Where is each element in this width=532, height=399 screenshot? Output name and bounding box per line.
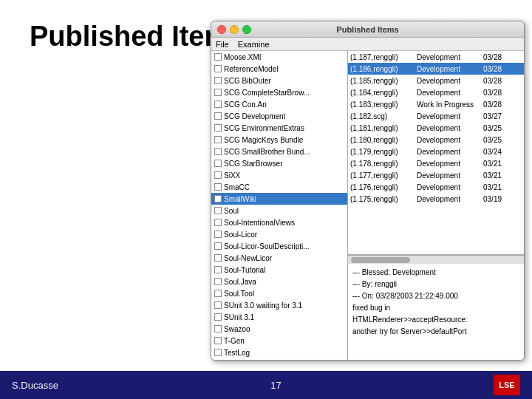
logo-text: LSE: [499, 381, 514, 389]
window-title: Published Items: [336, 25, 398, 34]
file-name: SUnit 3.0 waiting for 3.1: [224, 301, 302, 310]
file-list-pane[interactable]: Moose.XMI ReferenceModel SCG BibOuter SC…: [211, 51, 348, 360]
file-checkbox[interactable]: [214, 171, 222, 179]
file-name: SCG CompleteStarBrow...: [224, 89, 310, 97]
date-cell: 03/21: [481, 171, 511, 180]
status-cell: Development: [415, 160, 481, 168]
horizontal-scrollbar[interactable]: [348, 255, 524, 264]
table-row[interactable]: (1.184,renggli) Development 03/28: [348, 86, 524, 98]
list-item[interactable]: T-Gen: [211, 335, 347, 347]
version-cell: (1.180,renggli): [348, 136, 415, 144]
table-row-selected[interactable]: (1.186,renggli) Development 03/28: [348, 63, 524, 75]
version-table[interactable]: (1.187,renggli) Development 03/28 (1.186…: [348, 51, 524, 255]
list-item[interactable]: Soul-Tutorial: [211, 264, 347, 276]
menu-examine[interactable]: Examine: [238, 40, 270, 49]
file-checkbox[interactable]: [214, 219, 222, 226]
list-item[interactable]: Soul: [211, 205, 347, 216]
minimize-button[interactable]: [230, 25, 239, 34]
table-row[interactable]: (1.180,renggli) Development 03/25: [348, 134, 524, 146]
list-item[interactable]: SCG Development: [211, 110, 347, 122]
file-checkbox[interactable]: [214, 65, 222, 72]
file-checkbox[interactable]: [214, 337, 222, 344]
scrollbar-thumb[interactable]: [351, 257, 410, 263]
desc-line-6: another try for Server>>defaultPort: [352, 326, 519, 337]
file-checkbox[interactable]: [214, 100, 222, 108]
date-cell: 03/21: [481, 183, 511, 191]
list-item[interactable]: Soul-NewLicor: [211, 252, 347, 264]
list-item[interactable]: SCG EnvironmentExtras: [211, 122, 347, 134]
version-cell: (1.182,scg): [348, 112, 415, 120]
list-item[interactable]: SUnit 3.0 waiting for 3.1: [211, 299, 347, 311]
file-name: Soul: [224, 207, 239, 215]
file-checkbox[interactable]: [214, 242, 222, 250]
table-row[interactable]: (1.179,renggli) Development 03/24: [348, 146, 524, 157]
list-item-selected[interactable]: SmallWiki: [211, 193, 347, 205]
file-checkbox[interactable]: [214, 231, 222, 238]
list-item[interactable]: SmaCC: [211, 181, 347, 193]
version-cell: (1.186,renggli): [348, 65, 415, 73]
table-row[interactable]: (1.178,renggli) Development 03/21: [348, 157, 524, 169]
list-item[interactable]: Van: [211, 358, 347, 360]
status-cell: Development: [415, 195, 481, 203]
list-item[interactable]: SCG MagicKeys Bundle: [211, 134, 347, 146]
table-row[interactable]: (1.175,renggli) Development 03/19: [348, 193, 524, 205]
desc-line-2: --- By: renggli: [352, 279, 519, 290]
table-row[interactable]: (1.176,renggli) Development 03/21: [348, 181, 524, 193]
status-cell: Development: [415, 65, 481, 73]
table-row[interactable]: (1.177,renggli) Development 03/21: [348, 169, 524, 181]
file-checkbox[interactable]: [214, 207, 222, 214]
file-checkbox[interactable]: [214, 136, 222, 143]
list-item[interactable]: SCG SmallBrother Bund...: [211, 146, 347, 157]
list-item[interactable]: SiXX: [211, 169, 347, 181]
table-row[interactable]: (1.183,renggli) Work In Progress 03/28: [348, 98, 524, 110]
file-checkbox[interactable]: [214, 160, 222, 167]
menu-file[interactable]: File: [216, 40, 229, 49]
status-cell: Development: [415, 112, 481, 120]
file-checkbox[interactable]: [214, 301, 222, 309]
file-checkbox[interactable]: [214, 89, 222, 96]
list-item[interactable]: Soul-IntentionalViews: [211, 216, 347, 228]
file-checkbox[interactable]: [214, 124, 222, 132]
file-checkbox[interactable]: [214, 53, 222, 61]
list-item[interactable]: Soul-Licor: [211, 228, 347, 240]
content-area: Moose.XMI ReferenceModel SCG BibOuter SC…: [211, 51, 524, 360]
table-row[interactable]: (1.185,renggli) Development 03/28: [348, 75, 524, 86]
list-item[interactable]: Moose.XMI: [211, 51, 347, 63]
file-checkbox[interactable]: [214, 349, 222, 356]
table-row[interactable]: (1.182,scg) Development 03/27: [348, 110, 524, 122]
file-checkbox[interactable]: [214, 77, 222, 84]
file-checkbox[interactable]: [214, 112, 222, 120]
file-checkbox[interactable]: [214, 290, 222, 297]
close-button[interactable]: [217, 25, 226, 34]
date-cell: 03/24: [481, 148, 511, 156]
file-checkbox[interactable]: [214, 278, 222, 285]
list-item[interactable]: SCG CompleteStarBrow...: [211, 86, 347, 98]
maximize-button[interactable]: [242, 25, 251, 34]
list-item[interactable]: Soul.Tool: [211, 287, 347, 299]
list-item[interactable]: Swazoo: [211, 323, 347, 335]
file-name: SCG BibOuter: [224, 77, 271, 85]
list-item[interactable]: ReferenceModel: [211, 63, 347, 75]
file-checkbox[interactable]: [214, 254, 222, 262]
list-item[interactable]: Soul.Java: [211, 276, 347, 287]
version-cell: (1.181,renggli): [348, 124, 415, 132]
file-name: TestLog: [224, 349, 250, 357]
list-item[interactable]: SUnit 3.1: [211, 311, 347, 323]
file-checkbox[interactable]: [214, 195, 222, 202]
file-name: Swazoo: [224, 325, 250, 333]
list-item[interactable]: TestLog: [211, 347, 347, 358]
list-item[interactable]: SCG Con.An: [211, 98, 347, 110]
file-checkbox[interactable]: [214, 313, 222, 321]
file-checkbox[interactable]: [214, 325, 222, 332]
list-item[interactable]: SCG BibOuter: [211, 75, 347, 86]
right-pane: (1.187,renggli) Development 03/28 (1.186…: [348, 51, 524, 360]
file-checkbox[interactable]: [214, 183, 222, 191]
file-name: SCG Con.An: [224, 100, 267, 109]
list-item[interactable]: SCG StarBrowser: [211, 157, 347, 169]
file-name: Moose.XMI: [224, 53, 262, 61]
table-row[interactable]: (1.181,renggli) Development 03/25: [348, 122, 524, 134]
table-row[interactable]: (1.187,renggli) Development 03/28: [348, 51, 524, 63]
file-checkbox[interactable]: [214, 148, 222, 155]
file-checkbox[interactable]: [214, 266, 222, 273]
list-item[interactable]: Soul-Licor-SoulDescripti...: [211, 240, 347, 252]
